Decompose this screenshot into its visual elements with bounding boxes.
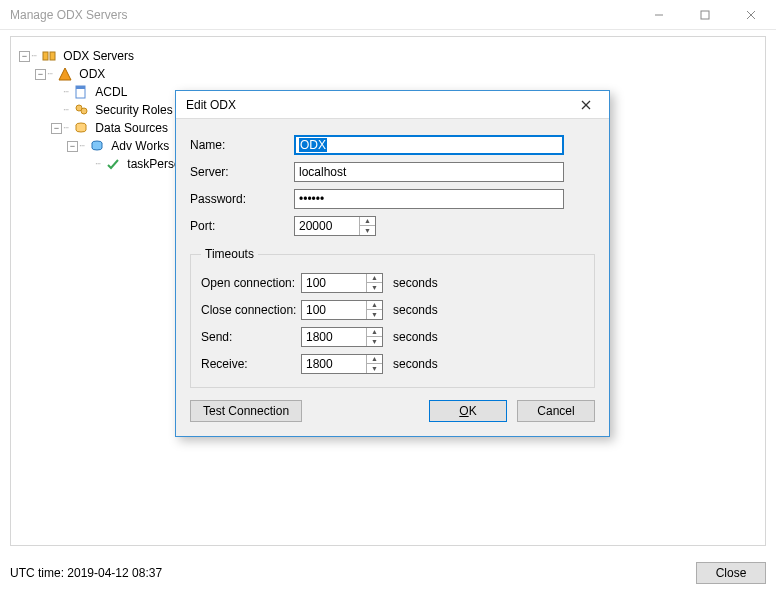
edit-odx-dialog: Edit ODX Name: ODX Server: Password: Por… bbox=[175, 90, 610, 437]
svg-point-10 bbox=[81, 108, 87, 114]
close-connection-input[interactable] bbox=[302, 301, 366, 319]
utc-time-label: UTC time: 2019-04-12 08:37 bbox=[10, 566, 162, 580]
tree-label: ODX bbox=[77, 65, 107, 83]
open-connection-input[interactable] bbox=[302, 274, 366, 292]
open-connection-stepper[interactable]: ▲▼ bbox=[301, 273, 383, 293]
expander-icon[interactable]: − bbox=[35, 69, 46, 80]
tree-label: Data Sources bbox=[93, 119, 170, 137]
timeouts-group: Timeouts Open connection: ▲▼ seconds Clo… bbox=[190, 247, 595, 388]
server-icon bbox=[57, 66, 73, 82]
spin-up-icon[interactable]: ▲ bbox=[367, 355, 382, 365]
server-label: Server: bbox=[190, 165, 294, 179]
dialog-close-button[interactable] bbox=[571, 94, 601, 116]
tree-label: Security Roles bbox=[93, 101, 174, 119]
open-connection-label: Open connection: bbox=[201, 276, 301, 290]
receive-stepper[interactable]: ▲▼ bbox=[301, 354, 383, 374]
spin-down-icon[interactable]: ▼ bbox=[367, 310, 382, 319]
seconds-unit: seconds bbox=[393, 276, 438, 290]
spin-up-icon[interactable]: ▲ bbox=[367, 301, 382, 311]
ok-button[interactable]: OK bbox=[429, 400, 507, 422]
spin-down-icon[interactable]: ▼ bbox=[367, 364, 382, 373]
task-icon bbox=[105, 156, 121, 172]
servers-icon bbox=[41, 48, 57, 64]
test-connection-button[interactable]: Test Connection bbox=[190, 400, 302, 422]
tree-label: ACDL bbox=[93, 83, 129, 101]
svg-rect-8 bbox=[76, 86, 85, 89]
maximize-button[interactable] bbox=[682, 0, 728, 30]
password-input[interactable] bbox=[294, 189, 564, 209]
window-close-button[interactable] bbox=[728, 0, 774, 30]
password-label: Password: bbox=[190, 192, 294, 206]
datasource-icon bbox=[73, 120, 89, 136]
svg-rect-1 bbox=[701, 11, 709, 19]
seconds-unit: seconds bbox=[393, 303, 438, 317]
window-title: Manage ODX Servers bbox=[10, 8, 636, 22]
database-icon bbox=[89, 138, 105, 154]
name-label: Name: bbox=[190, 138, 294, 152]
svg-marker-6 bbox=[59, 68, 71, 80]
document-icon bbox=[73, 84, 89, 100]
dialog-title: Edit ODX bbox=[186, 98, 571, 112]
roles-icon bbox=[73, 102, 89, 118]
expander-icon[interactable]: − bbox=[67, 141, 78, 152]
timeouts-legend: Timeouts bbox=[201, 247, 258, 261]
spin-up-icon[interactable]: ▲ bbox=[367, 274, 382, 284]
tree-label: ODX Servers bbox=[61, 47, 136, 65]
dialog-titlebar: Edit ODX bbox=[176, 91, 609, 119]
tree-node-root[interactable]: − ··· ODX Servers bbox=[19, 47, 757, 65]
svg-rect-4 bbox=[43, 52, 48, 60]
window-titlebar: Manage ODX Servers bbox=[0, 0, 776, 30]
port-label: Port: bbox=[190, 219, 294, 233]
expander-icon[interactable]: − bbox=[51, 123, 62, 134]
server-input[interactable] bbox=[294, 162, 564, 182]
spin-down-icon[interactable]: ▼ bbox=[360, 226, 375, 235]
send-input[interactable] bbox=[302, 328, 366, 346]
receive-input[interactable] bbox=[302, 355, 366, 373]
port-stepper[interactable]: ▲▼ bbox=[294, 216, 376, 236]
spin-up-icon[interactable]: ▲ bbox=[360, 217, 375, 227]
spin-up-icon[interactable]: ▲ bbox=[367, 328, 382, 338]
receive-label: Receive: bbox=[201, 357, 301, 371]
svg-rect-5 bbox=[50, 52, 55, 60]
seconds-unit: seconds bbox=[393, 357, 438, 371]
cancel-button[interactable]: Cancel bbox=[517, 400, 595, 422]
close-button[interactable]: Close bbox=[696, 562, 766, 584]
spin-down-icon[interactable]: ▼ bbox=[367, 337, 382, 346]
port-input[interactable] bbox=[295, 217, 359, 235]
close-connection-label: Close connection: bbox=[201, 303, 301, 317]
spin-down-icon[interactable]: ▼ bbox=[367, 283, 382, 292]
tree-node-odx[interactable]: − ··· ODX bbox=[19, 65, 757, 83]
tree-label: Adv Works bbox=[109, 137, 171, 155]
send-label: Send: bbox=[201, 330, 301, 344]
minimize-button[interactable] bbox=[636, 0, 682, 30]
seconds-unit: seconds bbox=[393, 330, 438, 344]
close-connection-stepper[interactable]: ▲▼ bbox=[301, 300, 383, 320]
expander-icon[interactable]: − bbox=[19, 51, 30, 62]
send-stepper[interactable]: ▲▼ bbox=[301, 327, 383, 347]
window-footer: UTC time: 2019-04-12 08:37 Close bbox=[10, 558, 766, 588]
name-input[interactable]: ODX bbox=[294, 135, 564, 155]
